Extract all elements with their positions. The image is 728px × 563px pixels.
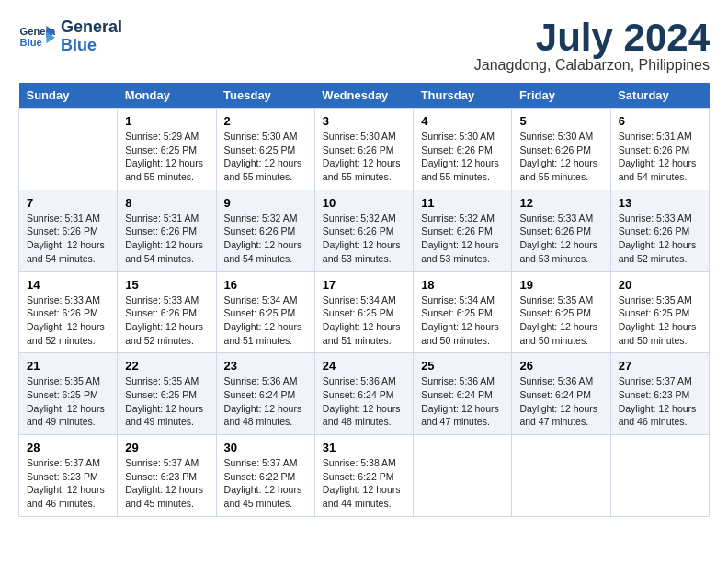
day-info: Sunrise: 5:32 AMSunset: 6:26 PMDaylight:… (421, 212, 504, 266)
day-number: 19 (519, 278, 602, 292)
day-number: 8 (125, 196, 208, 210)
calendar-cell: 8Sunrise: 5:31 AMSunset: 6:26 PMDaylight… (118, 190, 216, 271)
calendar-cell: 27Sunrise: 5:37 AMSunset: 6:23 PMDayligh… (610, 353, 709, 435)
day-number: 16 (224, 278, 307, 292)
day-of-week-header: Wednesday (314, 83, 413, 109)
calendar-cell: 2Sunrise: 5:30 AMSunset: 6:25 PMDaylight… (216, 109, 314, 190)
calendar-table: SundayMondayTuesdayWednesdayThursdayFrid… (18, 83, 710, 517)
day-info: Sunrise: 5:31 AMSunset: 6:26 PMDaylight:… (619, 130, 701, 184)
calendar-cell: 17Sunrise: 5:34 AMSunset: 6:25 PMDayligh… (314, 271, 413, 353)
calendar-header-row: SundayMondayTuesdayWednesdayThursdayFrid… (19, 83, 710, 109)
day-of-week-header: Saturday (610, 83, 709, 109)
calendar-cell: 20Sunrise: 5:35 AMSunset: 6:25 PMDayligh… (610, 271, 709, 353)
day-number: 24 (323, 359, 405, 373)
day-number: 5 (519, 114, 602, 128)
logo-text-2: Blue (61, 37, 122, 55)
calendar-week-row: 14Sunrise: 5:33 AMSunset: 6:26 PMDayligh… (19, 271, 710, 353)
day-number: 20 (619, 278, 701, 292)
day-info: Sunrise: 5:37 AMSunset: 6:22 PMDaylight:… (224, 456, 307, 511)
day-info: Sunrise: 5:35 AMSunset: 6:25 PMDaylight:… (519, 293, 602, 348)
calendar-cell: 22Sunrise: 5:35 AMSunset: 6:25 PMDayligh… (118, 353, 216, 435)
calendar-cell: 15Sunrise: 5:33 AMSunset: 6:26 PMDayligh… (118, 271, 216, 353)
day-info: Sunrise: 5:36 AMSunset: 6:24 PMDaylight:… (421, 374, 504, 429)
day-number: 9 (224, 196, 307, 210)
calendar-cell: 6Sunrise: 5:31 AMSunset: 6:26 PMDaylight… (610, 109, 709, 190)
calendar-cell: 1Sunrise: 5:29 AMSunset: 6:25 PMDaylight… (118, 109, 216, 190)
logo-icon: General Blue (18, 18, 55, 55)
calendar-cell: 3Sunrise: 5:30 AMSunset: 6:26 PMDaylight… (314, 109, 413, 190)
calendar-week-row: 28Sunrise: 5:37 AMSunset: 6:23 PMDayligh… (19, 435, 710, 517)
day-number: 23 (224, 359, 307, 373)
day-number: 7 (27, 196, 109, 210)
month-title: July 2024 (474, 18, 710, 57)
day-number: 31 (323, 441, 405, 454)
day-info: Sunrise: 5:34 AMSunset: 6:25 PMDaylight:… (421, 293, 504, 348)
day-number: 22 (125, 359, 208, 373)
day-info: Sunrise: 5:30 AMSunset: 6:26 PMDaylight:… (519, 130, 602, 184)
title-block: July 2024 Janagdong, Calabarzon, Philipp… (474, 18, 710, 74)
day-info: Sunrise: 5:33 AMSunset: 6:26 PMDaylight:… (125, 293, 208, 348)
day-info: Sunrise: 5:33 AMSunset: 6:26 PMDaylight:… (519, 212, 602, 266)
day-number: 4 (421, 114, 504, 128)
logo: General Blue General Blue (18, 18, 122, 55)
calendar-cell: 23Sunrise: 5:36 AMSunset: 6:24 PMDayligh… (216, 353, 314, 435)
day-info: Sunrise: 5:38 AMSunset: 6:22 PMDaylight:… (323, 456, 405, 511)
calendar-cell: 29Sunrise: 5:37 AMSunset: 6:23 PMDayligh… (118, 435, 216, 517)
day-number: 18 (421, 278, 504, 292)
calendar-cell: 5Sunrise: 5:30 AMSunset: 6:26 PMDaylight… (512, 109, 610, 190)
calendar-cell: 30Sunrise: 5:37 AMSunset: 6:22 PMDayligh… (216, 435, 314, 517)
day-number: 3 (323, 114, 405, 128)
day-info: Sunrise: 5:32 AMSunset: 6:26 PMDaylight:… (224, 212, 307, 266)
day-number: 17 (323, 278, 405, 292)
day-info: Sunrise: 5:33 AMSunset: 6:26 PMDaylight:… (27, 293, 109, 348)
day-info: Sunrise: 5:34 AMSunset: 6:25 PMDaylight:… (323, 293, 405, 348)
calendar-cell (610, 435, 709, 517)
day-of-week-header: Friday (512, 83, 610, 109)
day-number: 2 (224, 114, 307, 128)
day-number: 14 (27, 278, 109, 292)
day-number: 12 (519, 196, 602, 210)
svg-text:Blue: Blue (20, 37, 42, 48)
day-number: 29 (125, 441, 208, 454)
day-number: 26 (519, 359, 602, 373)
day-number: 28 (27, 441, 109, 454)
day-info: Sunrise: 5:34 AMSunset: 6:25 PMDaylight:… (224, 293, 307, 348)
calendar-week-row: 21Sunrise: 5:35 AMSunset: 6:25 PMDayligh… (19, 353, 710, 435)
logo-text: General (61, 18, 122, 37)
day-info: Sunrise: 5:36 AMSunset: 6:24 PMDaylight:… (519, 374, 602, 429)
day-number: 27 (619, 359, 701, 373)
day-number: 15 (125, 278, 208, 292)
day-number: 10 (323, 196, 405, 210)
calendar-cell: 24Sunrise: 5:36 AMSunset: 6:24 PMDayligh… (314, 353, 413, 435)
calendar-cell: 14Sunrise: 5:33 AMSunset: 6:26 PMDayligh… (19, 271, 118, 353)
day-info: Sunrise: 5:31 AMSunset: 6:26 PMDaylight:… (27, 212, 109, 266)
day-info: Sunrise: 5:31 AMSunset: 6:26 PMDaylight:… (125, 212, 208, 266)
calendar-cell: 11Sunrise: 5:32 AMSunset: 6:26 PMDayligh… (414, 190, 512, 271)
calendar-cell (414, 435, 512, 517)
day-number: 25 (421, 359, 504, 373)
calendar-cell (19, 109, 118, 190)
calendar-cell: 19Sunrise: 5:35 AMSunset: 6:25 PMDayligh… (512, 271, 610, 353)
day-number: 21 (27, 359, 109, 373)
day-info: Sunrise: 5:36 AMSunset: 6:24 PMDaylight:… (323, 374, 405, 429)
day-number: 30 (224, 441, 307, 454)
day-number: 1 (125, 114, 208, 128)
day-info: Sunrise: 5:30 AMSunset: 6:25 PMDaylight:… (224, 130, 307, 184)
page-header: General Blue General Blue July 2024 Jana… (18, 18, 710, 74)
day-info: Sunrise: 5:30 AMSunset: 6:26 PMDaylight:… (421, 130, 504, 184)
calendar-cell: 12Sunrise: 5:33 AMSunset: 6:26 PMDayligh… (512, 190, 610, 271)
day-info: Sunrise: 5:30 AMSunset: 6:26 PMDaylight:… (323, 130, 405, 184)
day-info: Sunrise: 5:36 AMSunset: 6:24 PMDaylight:… (224, 374, 307, 429)
calendar-cell: 13Sunrise: 5:33 AMSunset: 6:26 PMDayligh… (610, 190, 709, 271)
calendar-cell: 25Sunrise: 5:36 AMSunset: 6:24 PMDayligh… (414, 353, 512, 435)
calendar-cell: 4Sunrise: 5:30 AMSunset: 6:26 PMDaylight… (414, 109, 512, 190)
day-info: Sunrise: 5:32 AMSunset: 6:26 PMDaylight:… (323, 212, 405, 266)
day-info: Sunrise: 5:35 AMSunset: 6:25 PMDaylight:… (619, 293, 701, 348)
day-info: Sunrise: 5:37 AMSunset: 6:23 PMDaylight:… (27, 456, 109, 511)
day-info: Sunrise: 5:35 AMSunset: 6:25 PMDaylight:… (27, 374, 109, 429)
calendar-cell: 7Sunrise: 5:31 AMSunset: 6:26 PMDaylight… (19, 190, 118, 271)
calendar-body: 1Sunrise: 5:29 AMSunset: 6:25 PMDaylight… (19, 109, 710, 517)
day-of-week-header: Monday (118, 83, 216, 109)
calendar-week-row: 1Sunrise: 5:29 AMSunset: 6:25 PMDaylight… (19, 109, 710, 190)
location: Janagdong, Calabarzon, Philippines (474, 57, 710, 74)
